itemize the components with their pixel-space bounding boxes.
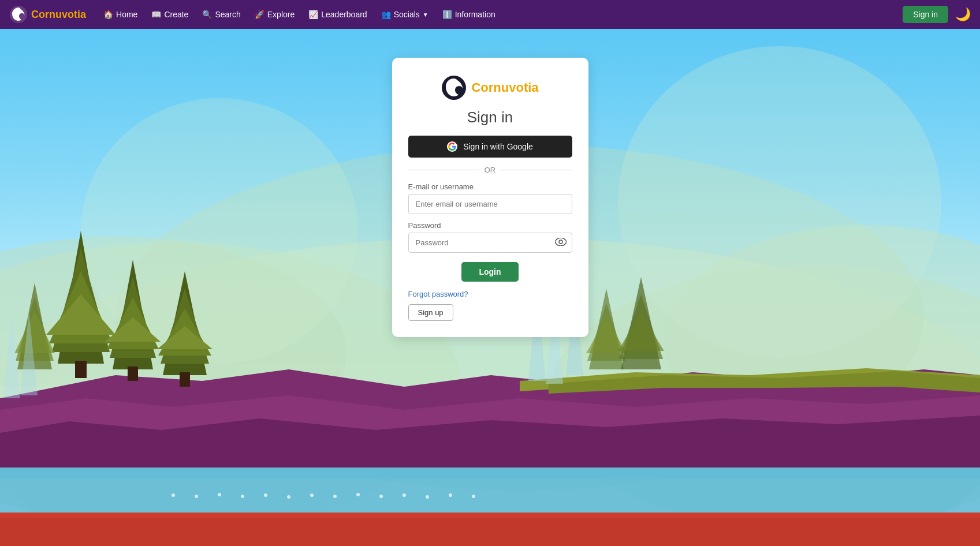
background-scene: Cornuvotia Sign in Sign in with Google O… xyxy=(0,29,980,546)
svg-point-27 xyxy=(426,495,429,499)
svg-point-18 xyxy=(218,493,221,496)
svg-rect-31 xyxy=(0,513,980,518)
nav-home[interactable]: 🏠 Home xyxy=(98,6,143,23)
email-input[interactable] xyxy=(408,194,572,214)
svg-rect-15 xyxy=(0,468,980,479)
login-button[interactable]: Login xyxy=(461,262,518,282)
signup-button[interactable]: Sign up xyxy=(408,304,453,321)
svg-point-21 xyxy=(287,495,290,499)
nav-socials[interactable]: 👥 Socials ▼ xyxy=(375,6,434,23)
divider-line-left xyxy=(408,170,479,170)
card-title: Sign in xyxy=(408,109,572,126)
card-logo-icon xyxy=(441,75,467,100)
info-icon: ℹ️ xyxy=(442,10,452,19)
password-field-wrapper xyxy=(408,233,572,253)
nav-leaderboard[interactable]: 📈 Leaderboard xyxy=(303,6,372,23)
nav-information[interactable]: ℹ️ Information xyxy=(437,6,501,23)
svg-point-29 xyxy=(472,495,475,498)
svg-point-20 xyxy=(264,493,267,497)
svg-point-7 xyxy=(618,46,941,358)
svg-rect-41 xyxy=(128,367,138,381)
svg-point-23 xyxy=(333,495,337,498)
socials-icon: 👥 xyxy=(381,10,391,19)
forgot-password-link[interactable]: Forgot password? xyxy=(408,290,572,298)
nav-explore[interactable]: 🚀 Explore xyxy=(249,6,300,23)
leaderboard-icon: 📈 xyxy=(308,10,318,19)
signin-button[interactable]: Sign in xyxy=(903,6,948,23)
nav-create[interactable]: 📖 Create xyxy=(146,6,194,23)
show-password-icon[interactable] xyxy=(555,238,567,248)
nav-right: Sign in 🌙 xyxy=(903,6,971,23)
or-divider: OR xyxy=(408,166,572,174)
theme-toggle-icon[interactable]: 🌙 xyxy=(955,7,971,22)
svg-rect-46 xyxy=(180,372,190,387)
brand-name: Cornuvotia xyxy=(31,9,86,21)
explore-icon: 🚀 xyxy=(255,10,264,19)
password-label: Password xyxy=(408,221,572,230)
svg-point-62 xyxy=(559,240,562,244)
divider-line-right xyxy=(501,170,572,170)
svg-point-22 xyxy=(310,493,314,497)
email-label: E-mail or username xyxy=(408,182,572,191)
card-brand-name: Cornuvotia xyxy=(471,80,538,95)
svg-point-26 xyxy=(403,493,406,497)
svg-point-24 xyxy=(356,493,360,496)
svg-point-25 xyxy=(379,495,383,498)
svg-point-17 xyxy=(195,495,198,498)
card-logo-area: Cornuvotia xyxy=(408,75,572,100)
login-card: Cornuvotia Sign in Sign in with Google O… xyxy=(392,58,588,337)
nav-links: 🏠 Home 📖 Create 🔍 Search 🚀 Explore 📈 Lea… xyxy=(98,6,903,23)
or-text: OR xyxy=(485,166,496,174)
search-icon: 🔍 xyxy=(202,10,212,19)
google-g-icon xyxy=(447,141,457,152)
svg-point-28 xyxy=(449,493,452,497)
create-icon: 📖 xyxy=(151,10,161,19)
password-input[interactable] xyxy=(408,233,572,253)
brand-logo-area[interactable]: Cornuvotia xyxy=(9,5,86,24)
brand-logo-icon xyxy=(9,5,28,24)
svg-point-16 xyxy=(172,493,175,497)
svg-rect-36 xyxy=(75,361,87,378)
navbar: Cornuvotia 🏠 Home 📖 Create 🔍 Search 🚀 Ex… xyxy=(0,0,980,29)
svg-point-19 xyxy=(241,495,244,498)
nav-search[interactable]: 🔍 Search xyxy=(196,6,246,23)
google-signin-button[interactable]: Sign in with Google xyxy=(408,136,572,158)
home-icon: 🏠 xyxy=(103,10,113,19)
